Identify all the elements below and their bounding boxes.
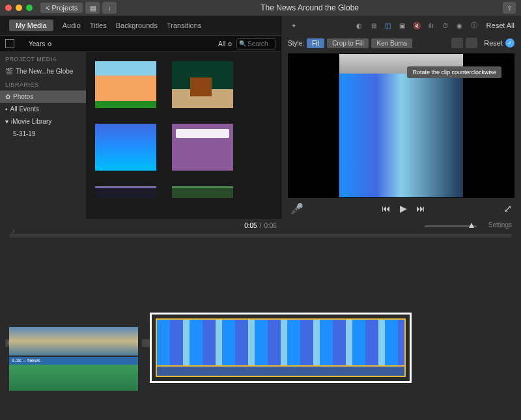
search-icon: 🔍 [239,40,246,47]
fullscreen-icon[interactable] [26,5,33,11]
color-correct-icon[interactable]: ⊞ [368,20,380,31]
timeline-scrollbar[interactable] [9,234,512,238]
rotate-ccw-button[interactable] [451,38,463,48]
audio-clip-label[interactable]: 3.3s – News [9,357,138,365]
transport-bar: 🎤 ⏮ ▶ ⏭ ⤢ [281,198,521,219]
fit-button[interactable]: Fit [307,38,324,48]
tab-backgrounds[interactable]: Backgrounds [116,21,158,29]
timeline-clip-map[interactable] [9,327,138,356]
projects-label: Projects [51,4,77,12]
reset-all-button[interactable]: Reset All [486,21,514,29]
sidebar-item-photos[interactable]: ✿ Photos [0,91,86,103]
media-sidebar: PROJECT MEDIA 🎬 The New...he Globe LIBRA… [0,52,86,219]
sidebar-item-imovie-library[interactable]: ▾ iMovie Library [0,115,86,128]
libraries-header: LIBRARIES [0,77,86,91]
tab-transitions[interactable]: Transitions [167,21,201,29]
tab-audio[interactable]: Audio [63,21,81,29]
next-button[interactable]: ⏭ [416,203,425,214]
volume-icon[interactable]: 🔇 [411,20,423,31]
auto-enhance-icon[interactable]: ✦ [288,20,300,31]
fullscreen-viewer-button[interactable]: ⤢ [503,203,512,215]
selected-clip-outline [150,313,412,383]
timeline-clip-selected[interactable] [156,318,406,367]
years-filter[interactable]: Years ≎ [29,40,52,48]
stabilization-icon[interactable]: ▣ [397,20,408,31]
search-wrap: 🔍 [236,38,275,49]
ken-burns-button[interactable]: Ken Burns [371,38,412,48]
crop-icon[interactable]: ◫ [382,20,394,31]
crop-style-row: Style: Fit Crop to Fill Ken Burns Reset … [281,35,521,51]
mic-icon[interactable]: 🎤 [290,203,303,215]
color-balance-icon[interactable]: ◐ [354,20,365,31]
media-thumb[interactable] [95,186,156,198]
zoom-slider-handle[interactable] [469,223,474,228]
rotate-cw-button[interactable] [466,38,477,48]
titlebar: < Projects ▤ ↓ The News Around the Globe… [0,0,521,16]
minimize-icon[interactable] [16,5,22,11]
timeline-area: 0:05 / 0:06 Settings ⊳ 3.3s – News ♪ [0,219,521,232]
preview-viewer[interactable]: Rotate the clip counterclockwise [288,53,514,198]
current-time: 0:05 [244,222,257,229]
timeline-settings-button[interactable]: Settings [488,221,512,229]
project-media-header: PROJECT MEDIA [0,52,86,65]
sidebar-item-all-events[interactable]: ▪ All Events [0,103,86,115]
media-thumb[interactable] [95,124,156,171]
layout-toggle-button[interactable]: ▤ [85,2,100,14]
window-controls [5,5,33,11]
sidebar-item-date[interactable]: 5-31-19 [0,128,86,140]
reset-crop-button[interactable]: Reset [484,39,503,47]
projects-button[interactable]: < Projects [40,3,83,13]
close-icon[interactable] [5,5,12,11]
total-time: 0:06 [264,222,276,229]
sidebar-toggle-button[interactable] [5,39,14,48]
timeline-clip-selected-audio[interactable] [156,367,406,377]
effects-toolbar: ✦ ◐ ⊞ ◫ ▣ 🔇 ılı ⏱ ◉ ⓘ Reset All [281,16,521,35]
style-label: Style: [288,40,304,47]
all-filter[interactable]: All ≎ [218,40,232,48]
tab-titles[interactable]: Titles [90,21,107,29]
timeline-clip-audio[interactable] [9,365,138,391]
play-button[interactable]: ▶ [400,203,407,214]
share-button[interactable]: ⇪ [503,2,516,14]
media-browser[interactable] [86,52,281,219]
noise-icon[interactable]: ılı [425,20,437,31]
filter-icon[interactable]: ◉ [454,20,466,31]
time-separator: / [260,222,262,229]
media-thumb[interactable] [172,61,233,108]
media-thumb[interactable] [172,186,233,198]
import-button[interactable]: ↓ [102,2,117,14]
apply-check-button[interactable]: ✓ [505,38,514,48]
rotate-tooltip: Rotate the clip counterclockwise [407,66,501,78]
sidebar-item-project[interactable]: 🎬 The New...he Globe [0,65,86,77]
media-tabs: My Media Audio Titles Backgrounds Transi… [0,16,281,35]
project-title: The News Around the Globe [117,3,503,12]
media-thumb[interactable] [172,124,233,171]
media-thumb[interactable] [95,61,156,108]
tab-my-media[interactable]: My Media [9,20,53,31]
track-control-mid[interactable] [142,339,150,347]
crop-to-fill-button[interactable]: Crop to Fill [327,38,369,48]
speed-icon[interactable]: ⏱ [440,20,451,31]
prev-button[interactable]: ⏮ [382,203,391,214]
info-icon[interactable]: ⓘ [468,20,480,31]
filter-bar: Years ≎ All ≎ 🔍 [0,35,281,52]
